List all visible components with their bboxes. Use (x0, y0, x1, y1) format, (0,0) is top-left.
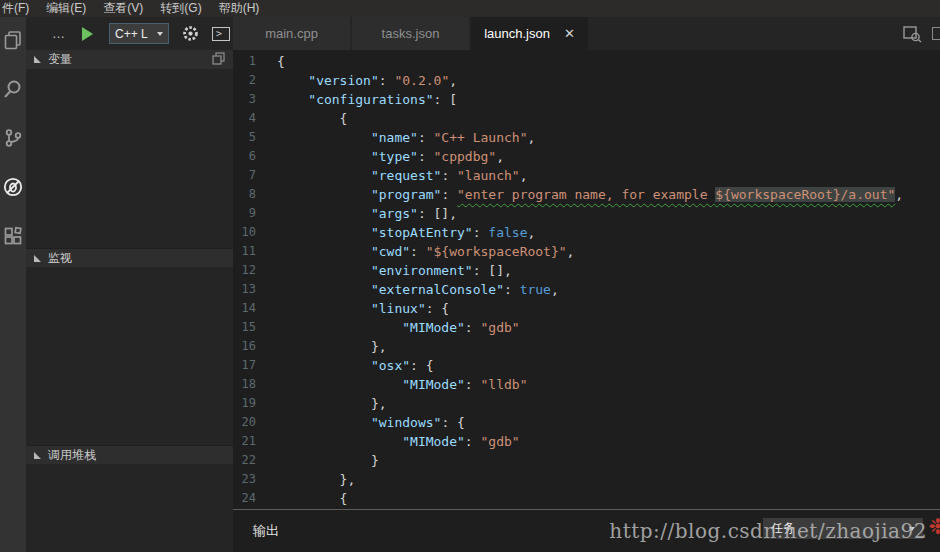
code-line[interactable]: 6 "type": "cppdbg", (233, 147, 940, 166)
code-text: "cwd": "${workspaceRoot}", (277, 242, 574, 261)
configure-button[interactable] (182, 25, 199, 42)
line-number[interactable]: 14 (233, 299, 277, 318)
line-number[interactable]: 10 (233, 223, 277, 242)
menu-bar: 件(F) 编辑(E) 查看(V) 转到(G) 帮助(H) (0, 0, 940, 17)
code-line[interactable]: 20 "windows": { (233, 413, 940, 432)
line-number[interactable]: 21 (233, 432, 277, 451)
watch-panel (26, 267, 233, 445)
code-line[interactable]: 19 }, (233, 394, 940, 413)
debug-icon (2, 176, 24, 198)
code-line[interactable]: 8 "program": "enter program name, for ex… (233, 185, 940, 204)
code-line[interactable]: 17 "osx": { (233, 356, 940, 375)
section-header-watch[interactable]: 监视 (26, 248, 233, 267)
sidebar-item-explorer[interactable] (0, 29, 26, 78)
output-panel: 输出 任务 http://blog.csdn.net/zhaojia92 ❉ (233, 509, 940, 552)
line-number[interactable]: 16 (233, 337, 277, 356)
code-text: "name": "C++ Launch", (277, 128, 535, 147)
line-number[interactable]: 17 (233, 356, 277, 375)
line-number[interactable]: 15 (233, 318, 277, 337)
start-debug-button[interactable] (82, 27, 93, 41)
code-line[interactable]: 11 "cwd": "${workspaceRoot}", (233, 242, 940, 261)
tab-tasks-json[interactable]: tasks.json (352, 17, 469, 50)
menu-help[interactable]: 帮助(H) (219, 0, 269, 17)
code-line[interactable]: 13 "externalConsole": true, (233, 280, 940, 299)
menu-view[interactable]: 查看(V) (103, 0, 152, 17)
code-text: "configurations": [ (277, 90, 457, 109)
code-text: "request": "launch", (277, 166, 527, 185)
line-number[interactable]: 5 (233, 128, 277, 147)
tab-launch-json[interactable]: launch.json ✕ (471, 17, 588, 50)
close-icon[interactable]: ✕ (564, 26, 575, 41)
code-line[interactable]: 7 "request": "launch", (233, 166, 940, 185)
code-line[interactable]: 16 }, (233, 337, 940, 356)
code-line[interactable]: 22 } (233, 451, 940, 470)
debug-config-label: C++ L (115, 27, 148, 41)
debug-config-dropdown[interactable]: C++ L (109, 23, 169, 44)
line-number[interactable]: 12 (233, 261, 277, 280)
code-line[interactable]: 3 "configurations": [ (233, 90, 940, 109)
menu-goto[interactable]: 转到(G) (160, 0, 210, 17)
code-text: "MIMode": "lldb" (277, 375, 527, 394)
copy-icon[interactable] (212, 52, 225, 68)
panel-tab-output[interactable]: 输出 (253, 522, 279, 540)
line-number[interactable]: 1 (233, 52, 277, 71)
code-text: "version": "0.2.0", (277, 71, 457, 90)
editor-actions (902, 17, 940, 50)
line-number[interactable]: 22 (233, 451, 277, 470)
line-number[interactable]: 3 (233, 90, 277, 109)
more-editor-actions-icon[interactable] (932, 27, 940, 40)
sidebar-item-debug[interactable] (0, 176, 26, 225)
line-number[interactable]: 9 (233, 204, 277, 223)
code-line[interactable]: 10 "stopAtEntry": false, (233, 223, 940, 242)
sidebar-item-extensions[interactable] (0, 225, 26, 274)
debug-toolbar: … C++ L > (26, 17, 233, 50)
code-line[interactable]: 21 "MIMode": "gdb" (233, 432, 940, 451)
menu-edit[interactable]: 编辑(E) (46, 0, 95, 17)
line-number[interactable]: 13 (233, 280, 277, 299)
debug-console-button[interactable]: > (212, 27, 230, 41)
line-number[interactable]: 6 (233, 147, 277, 166)
line-number[interactable]: 18 (233, 375, 277, 394)
line-number[interactable]: 24 (233, 489, 277, 508)
line-number[interactable]: 20 (233, 413, 277, 432)
code-text: { (277, 109, 347, 128)
variables-panel (26, 69, 233, 248)
code-text: "MIMode": "gdb" (277, 318, 520, 337)
code-line[interactable]: 23 }, (233, 470, 940, 489)
main-area: … C++ L > 变量 (0, 17, 940, 552)
code-line[interactable]: 18 "MIMode": "lldb" (233, 375, 940, 394)
code-line[interactable]: 2 "version": "0.2.0", (233, 71, 940, 90)
code-line[interactable]: 24 { (233, 489, 940, 508)
menu-file[interactable]: 件(F) (2, 0, 38, 17)
line-number[interactable]: 11 (233, 242, 277, 261)
section-header-callstack[interactable]: 调用堆栈 (26, 445, 233, 464)
line-number[interactable]: 19 (233, 394, 277, 413)
twistie-icon (34, 452, 41, 459)
code-line[interactable]: 5 "name": "C++ Launch", (233, 128, 940, 147)
section-header-variables[interactable]: 变量 (26, 50, 233, 69)
chevron-down-icon (909, 527, 915, 531)
sidebar-item-search[interactable] (0, 78, 26, 127)
more-actions-button[interactable]: … (52, 26, 66, 41)
code-line[interactable]: 14 "linux": { (233, 299, 940, 318)
code-line[interactable]: 4 { (233, 109, 940, 128)
code-line[interactable]: 15 "MIMode": "gdb" (233, 318, 940, 337)
section-label: 变量 (48, 51, 72, 68)
section-label: 调用堆栈 (48, 447, 96, 464)
line-number[interactable]: 2 (233, 71, 277, 90)
code-area[interactable]: 1{2 "version": "0.2.0",3 "configurations… (233, 50, 940, 509)
code-line[interactable]: 12 "environment": [], (233, 261, 940, 280)
watermark-logo-icon: ❉ (929, 514, 940, 540)
tab-main-cpp[interactable]: main.cpp (233, 17, 350, 50)
code-line[interactable]: 9 "args": [], (233, 204, 940, 223)
line-number[interactable]: 4 (233, 109, 277, 128)
code-line[interactable]: 1{ (233, 52, 940, 71)
code-text: "args": [], (277, 204, 457, 223)
line-number[interactable]: 7 (233, 166, 277, 185)
split-editor-button[interactable] (902, 25, 922, 43)
code-text: "MIMode": "gdb" (277, 432, 520, 451)
line-number[interactable]: 8 (233, 185, 277, 204)
line-number[interactable]: 23 (233, 470, 277, 489)
sidebar-item-git[interactable] (0, 127, 26, 176)
output-channel-dropdown[interactable]: 任务 (763, 518, 923, 539)
